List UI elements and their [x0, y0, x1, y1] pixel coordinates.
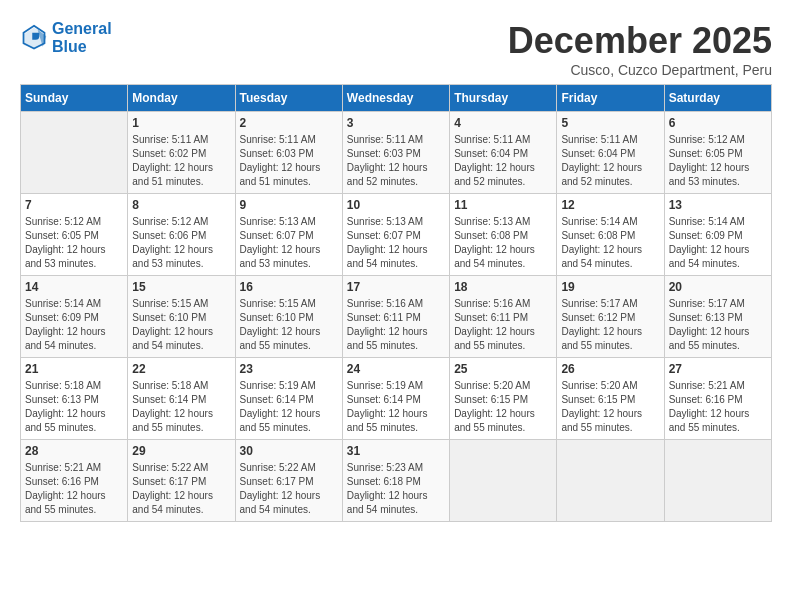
day-info: Sunrise: 5:20 AMSunset: 6:15 PMDaylight:…	[454, 379, 552, 435]
calendar-cell: 8Sunrise: 5:12 AMSunset: 6:06 PMDaylight…	[128, 194, 235, 276]
calendar-cell: 16Sunrise: 5:15 AMSunset: 6:10 PMDayligh…	[235, 276, 342, 358]
day-number: 17	[347, 280, 445, 294]
calendar-cell: 15Sunrise: 5:15 AMSunset: 6:10 PMDayligh…	[128, 276, 235, 358]
day-number: 10	[347, 198, 445, 212]
day-info: Sunrise: 5:14 AMSunset: 6:08 PMDaylight:…	[561, 215, 659, 271]
day-number: 3	[347, 116, 445, 130]
day-info: Sunrise: 5:22 AMSunset: 6:17 PMDaylight:…	[132, 461, 230, 517]
calendar-cell: 17Sunrise: 5:16 AMSunset: 6:11 PMDayligh…	[342, 276, 449, 358]
header-day: Sunday	[21, 85, 128, 112]
calendar-week-row: 28Sunrise: 5:21 AMSunset: 6:16 PMDayligh…	[21, 440, 772, 522]
day-number: 26	[561, 362, 659, 376]
calendar-cell	[664, 440, 771, 522]
day-info: Sunrise: 5:12 AMSunset: 6:06 PMDaylight:…	[132, 215, 230, 271]
calendar-cell: 23Sunrise: 5:19 AMSunset: 6:14 PMDayligh…	[235, 358, 342, 440]
day-number: 14	[25, 280, 123, 294]
day-info: Sunrise: 5:15 AMSunset: 6:10 PMDaylight:…	[240, 297, 338, 353]
header-row: SundayMondayTuesdayWednesdayThursdayFrid…	[21, 85, 772, 112]
calendar-cell: 12Sunrise: 5:14 AMSunset: 6:08 PMDayligh…	[557, 194, 664, 276]
day-number: 25	[454, 362, 552, 376]
day-number: 15	[132, 280, 230, 294]
calendar-cell: 19Sunrise: 5:17 AMSunset: 6:12 PMDayligh…	[557, 276, 664, 358]
day-number: 12	[561, 198, 659, 212]
day-number: 18	[454, 280, 552, 294]
header-day: Wednesday	[342, 85, 449, 112]
calendar-cell: 30Sunrise: 5:22 AMSunset: 6:17 PMDayligh…	[235, 440, 342, 522]
calendar-cell: 28Sunrise: 5:21 AMSunset: 6:16 PMDayligh…	[21, 440, 128, 522]
calendar-cell: 13Sunrise: 5:14 AMSunset: 6:09 PMDayligh…	[664, 194, 771, 276]
day-number: 23	[240, 362, 338, 376]
calendar-cell: 24Sunrise: 5:19 AMSunset: 6:14 PMDayligh…	[342, 358, 449, 440]
calendar-cell: 1Sunrise: 5:11 AMSunset: 6:02 PMDaylight…	[128, 112, 235, 194]
calendar-cell: 7Sunrise: 5:12 AMSunset: 6:05 PMDaylight…	[21, 194, 128, 276]
day-info: Sunrise: 5:11 AMSunset: 6:03 PMDaylight:…	[240, 133, 338, 189]
calendar-cell: 14Sunrise: 5:14 AMSunset: 6:09 PMDayligh…	[21, 276, 128, 358]
calendar-week-row: 14Sunrise: 5:14 AMSunset: 6:09 PMDayligh…	[21, 276, 772, 358]
day-info: Sunrise: 5:14 AMSunset: 6:09 PMDaylight:…	[25, 297, 123, 353]
day-number: 13	[669, 198, 767, 212]
day-number: 7	[25, 198, 123, 212]
day-info: Sunrise: 5:19 AMSunset: 6:14 PMDaylight:…	[347, 379, 445, 435]
calendar-cell: 26Sunrise: 5:20 AMSunset: 6:15 PMDayligh…	[557, 358, 664, 440]
day-number: 30	[240, 444, 338, 458]
calendar-table: SundayMondayTuesdayWednesdayThursdayFrid…	[20, 84, 772, 522]
day-info: Sunrise: 5:11 AMSunset: 6:04 PMDaylight:…	[454, 133, 552, 189]
day-info: Sunrise: 5:12 AMSunset: 6:05 PMDaylight:…	[25, 215, 123, 271]
day-info: Sunrise: 5:19 AMSunset: 6:14 PMDaylight:…	[240, 379, 338, 435]
day-info: Sunrise: 5:22 AMSunset: 6:17 PMDaylight:…	[240, 461, 338, 517]
calendar-cell: 25Sunrise: 5:20 AMSunset: 6:15 PMDayligh…	[450, 358, 557, 440]
calendar-cell: 2Sunrise: 5:11 AMSunset: 6:03 PMDaylight…	[235, 112, 342, 194]
day-info: Sunrise: 5:13 AMSunset: 6:07 PMDaylight:…	[240, 215, 338, 271]
page-header: General Blue December 2025 Cusco, Cuzco …	[20, 20, 772, 78]
day-info: Sunrise: 5:18 AMSunset: 6:14 PMDaylight:…	[132, 379, 230, 435]
day-info: Sunrise: 5:21 AMSunset: 6:16 PMDaylight:…	[669, 379, 767, 435]
day-number: 28	[25, 444, 123, 458]
calendar-cell: 20Sunrise: 5:17 AMSunset: 6:13 PMDayligh…	[664, 276, 771, 358]
day-info: Sunrise: 5:23 AMSunset: 6:18 PMDaylight:…	[347, 461, 445, 517]
calendar-cell: 31Sunrise: 5:23 AMSunset: 6:18 PMDayligh…	[342, 440, 449, 522]
logo: General Blue	[20, 20, 112, 56]
calendar-cell: 6Sunrise: 5:12 AMSunset: 6:05 PMDaylight…	[664, 112, 771, 194]
month-title: December 2025	[508, 20, 772, 62]
day-number: 29	[132, 444, 230, 458]
calendar-cell: 10Sunrise: 5:13 AMSunset: 6:07 PMDayligh…	[342, 194, 449, 276]
calendar-body: 1Sunrise: 5:11 AMSunset: 6:02 PMDaylight…	[21, 112, 772, 522]
location-subtitle: Cusco, Cuzco Department, Peru	[508, 62, 772, 78]
day-info: Sunrise: 5:17 AMSunset: 6:12 PMDaylight:…	[561, 297, 659, 353]
day-number: 8	[132, 198, 230, 212]
calendar-header: SundayMondayTuesdayWednesdayThursdayFrid…	[21, 85, 772, 112]
day-number: 6	[669, 116, 767, 130]
day-number: 4	[454, 116, 552, 130]
day-info: Sunrise: 5:21 AMSunset: 6:16 PMDaylight:…	[25, 461, 123, 517]
calendar-cell: 22Sunrise: 5:18 AMSunset: 6:14 PMDayligh…	[128, 358, 235, 440]
day-info: Sunrise: 5:18 AMSunset: 6:13 PMDaylight:…	[25, 379, 123, 435]
header-day: Saturday	[664, 85, 771, 112]
calendar-cell: 11Sunrise: 5:13 AMSunset: 6:08 PMDayligh…	[450, 194, 557, 276]
day-number: 11	[454, 198, 552, 212]
day-info: Sunrise: 5:11 AMSunset: 6:04 PMDaylight:…	[561, 133, 659, 189]
day-number: 22	[132, 362, 230, 376]
calendar-cell: 27Sunrise: 5:21 AMSunset: 6:16 PMDayligh…	[664, 358, 771, 440]
logo-text: General Blue	[52, 20, 112, 56]
calendar-cell: 5Sunrise: 5:11 AMSunset: 6:04 PMDaylight…	[557, 112, 664, 194]
calendar-cell	[21, 112, 128, 194]
day-number: 19	[561, 280, 659, 294]
header-day: Tuesday	[235, 85, 342, 112]
header-day: Thursday	[450, 85, 557, 112]
day-info: Sunrise: 5:12 AMSunset: 6:05 PMDaylight:…	[669, 133, 767, 189]
day-info: Sunrise: 5:20 AMSunset: 6:15 PMDaylight:…	[561, 379, 659, 435]
day-number: 1	[132, 116, 230, 130]
day-number: 21	[25, 362, 123, 376]
calendar-cell: 3Sunrise: 5:11 AMSunset: 6:03 PMDaylight…	[342, 112, 449, 194]
calendar-week-row: 1Sunrise: 5:11 AMSunset: 6:02 PMDaylight…	[21, 112, 772, 194]
day-number: 16	[240, 280, 338, 294]
day-info: Sunrise: 5:11 AMSunset: 6:02 PMDaylight:…	[132, 133, 230, 189]
day-info: Sunrise: 5:13 AMSunset: 6:08 PMDaylight:…	[454, 215, 552, 271]
day-info: Sunrise: 5:16 AMSunset: 6:11 PMDaylight:…	[347, 297, 445, 353]
calendar-cell: 18Sunrise: 5:16 AMSunset: 6:11 PMDayligh…	[450, 276, 557, 358]
calendar-week-row: 21Sunrise: 5:18 AMSunset: 6:13 PMDayligh…	[21, 358, 772, 440]
title-area: December 2025 Cusco, Cuzco Department, P…	[508, 20, 772, 78]
calendar-cell: 9Sunrise: 5:13 AMSunset: 6:07 PMDaylight…	[235, 194, 342, 276]
header-day: Friday	[557, 85, 664, 112]
calendar-week-row: 7Sunrise: 5:12 AMSunset: 6:05 PMDaylight…	[21, 194, 772, 276]
